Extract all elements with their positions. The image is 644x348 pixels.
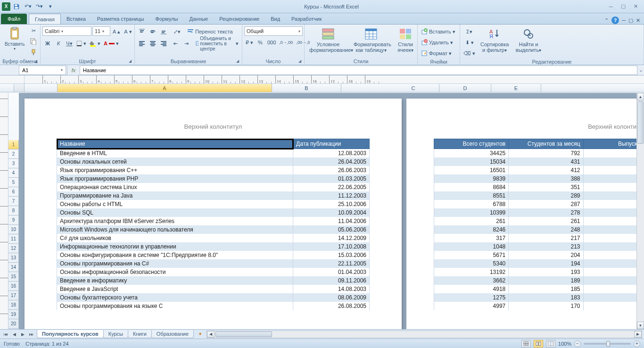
cell[interactable]: 193 (509, 268, 583, 276)
cell[interactable]: 3850 (583, 268, 644, 276)
doc-restore-icon[interactable]: ▢ (628, 17, 633, 24)
alignment-launcher[interactable]: ◢ (236, 59, 239, 63)
cell[interactable]: 1048 (434, 242, 509, 251)
cell[interactable]: 1216 (583, 174, 644, 183)
tab-главная[interactable]: Главная (29, 14, 61, 24)
column-header-E[interactable]: E (491, 84, 541, 92)
decrease-font-button[interactable]: A▾ (123, 26, 133, 37)
row-header-3[interactable]: 3 (8, 159, 19, 168)
merge-center-button[interactable]: Объединить и поместить в центре▾ (194, 38, 240, 49)
zoom-level[interactable]: 100% (558, 341, 571, 347)
save-icon[interactable] (11, 2, 22, 11)
scroll-right-button[interactable]: ▶ (634, 331, 642, 338)
format-cells-button[interactable]: Формат▾ (420, 48, 460, 58)
fill-color-button[interactable]: ▾ (88, 38, 102, 49)
cell[interactable]: Основы бухгалтерского учета (57, 293, 293, 302)
col-header-date[interactable]: Дата публикации (293, 139, 370, 149)
row-header-2[interactable]: 2 (8, 149, 19, 159)
fill-button[interactable]: ⬇▾ (462, 37, 477, 48)
align-top-button[interactable] (137, 26, 147, 37)
cell[interactable]: Язык программирования C++ (57, 166, 293, 174)
cell[interactable]: Основы информационной безопасности (57, 268, 293, 276)
cell[interactable]: 16501 (434, 166, 509, 174)
cell[interactable]: 248 (509, 225, 583, 234)
clipboard-launcher[interactable]: ◢ (34, 59, 37, 63)
cell[interactable]: Операционная система Linux (57, 183, 293, 191)
col-header-month[interactable]: Студентов за месяц (509, 139, 583, 149)
row-header-5[interactable]: 5 (8, 178, 19, 187)
cell[interactable]: 12.08.2003 (293, 149, 370, 158)
row-header-8[interactable]: 8 (8, 206, 19, 215)
cell[interactable]: 1275 (434, 293, 509, 302)
cell[interactable]: Основы SQL (57, 208, 293, 217)
doc-minimize-icon[interactable]: ─ (622, 17, 626, 23)
cell[interactable]: 388 (509, 174, 583, 183)
cell[interactable]: 26.04.2005 (293, 157, 370, 166)
row-header-20[interactable]: 20 (8, 319, 19, 329)
zoom-in-button[interactable]: + (634, 340, 640, 347)
cell[interactable]: Основы локальных сетей (57, 157, 293, 166)
cell[interactable]: 12751 (583, 149, 644, 158)
cell[interactable]: 5671 (434, 251, 509, 259)
cell[interactable]: 09.11.2006 (293, 276, 370, 285)
row-header-15[interactable]: 15 (8, 272, 19, 282)
cell[interactable]: 170 (509, 302, 583, 310)
cell[interactable]: 4918 (434, 285, 509, 293)
find-select-button[interactable]: Найти и выделить▾ (512, 25, 545, 54)
number-launcher[interactable]: ◢ (298, 59, 301, 63)
font-name-combo[interactable]: Calibri▾ (42, 26, 91, 36)
cell[interactable]: 13192 (434, 268, 509, 276)
cell[interactable]: 3662 (434, 276, 509, 285)
zoom-slider[interactable] (584, 343, 631, 345)
cell[interactable]: 431 (509, 157, 583, 166)
expand-formula-bar[interactable]: ⌄ (637, 67, 644, 73)
cell[interactable]: 26.06.2003 (293, 166, 370, 174)
sheet-nav-prev[interactable]: ◀ (10, 331, 18, 338)
percent-format-button[interactable]: % (255, 37, 265, 48)
col-header-grads[interactable]: Выпускников (583, 139, 644, 149)
cell[interactable]: 2544 (583, 157, 644, 166)
row-header-16[interactable]: 16 (8, 282, 19, 291)
italic-button[interactable]: К (53, 38, 64, 49)
cell[interactable]: 14.12.2009 (293, 234, 370, 242)
cell[interactable]: 01.04.2003 (293, 268, 370, 276)
tab-формулы[interactable]: Формулы (150, 14, 184, 24)
cell[interactable]: 183 (509, 293, 583, 302)
cell[interactable]: 412 (509, 166, 583, 174)
sheet-nav-last[interactable]: ⏭ (27, 331, 35, 338)
cell[interactable]: 15.03.2006 (293, 251, 370, 259)
cell[interactable]: 4997 (434, 302, 509, 310)
formula-input[interactable]: Название (80, 66, 637, 75)
tab-разметка страницы[interactable]: Разметка страницы (91, 14, 150, 24)
cell[interactable]: 6788 (434, 200, 509, 208)
cell[interactable]: 317 (434, 234, 509, 242)
row-header-1[interactable]: 1 (8, 140, 19, 149)
align-center-button[interactable] (148, 38, 158, 49)
cell[interactable]: 08.06.2009 (293, 293, 370, 302)
cell[interactable]: 01.03.2005 (293, 174, 370, 183)
ribbon-minimize-icon[interactable]: ⌃ (604, 17, 609, 24)
cell[interactable]: 652 (583, 276, 644, 285)
cell[interactable]: Введение в HTML (57, 149, 293, 158)
cell[interactable]: 185 (509, 285, 583, 293)
scroll-up-button[interactable]: ▲ (637, 93, 644, 100)
col-header-total[interactable]: Всего студентов (434, 139, 509, 149)
page-layout-view[interactable]: Верхний колонтитул Название Дата публика… (19, 93, 644, 329)
font-color-button[interactable]: A▾ (102, 38, 120, 49)
tab-разработчик[interactable]: Разработчик (286, 14, 327, 24)
cell[interactable]: 278 (509, 208, 583, 217)
cell[interactable]: 266 (583, 259, 644, 268)
row-header-19[interactable]: 19 (8, 310, 19, 319)
scroll-left-button[interactable]: ◀ (207, 331, 215, 338)
row-header-11[interactable]: 11 (8, 234, 19, 244)
cell[interactable]: 10.09.2004 (293, 208, 370, 217)
cell[interactable]: 25.10.2006 (293, 200, 370, 208)
row-header-12[interactable]: 12 (8, 244, 19, 253)
name-box[interactable]: A1▾ (19, 66, 66, 75)
cell[interactable]: 659 (583, 302, 644, 310)
page-break-view-button[interactable] (546, 340, 555, 348)
undo-icon[interactable]: ↶▾ (23, 2, 33, 11)
cell[interactable]: 22.06.2005 (293, 183, 370, 191)
paste-button[interactable]: Вставить ▾ (2, 25, 27, 52)
cell[interactable]: 5340 (434, 259, 509, 268)
